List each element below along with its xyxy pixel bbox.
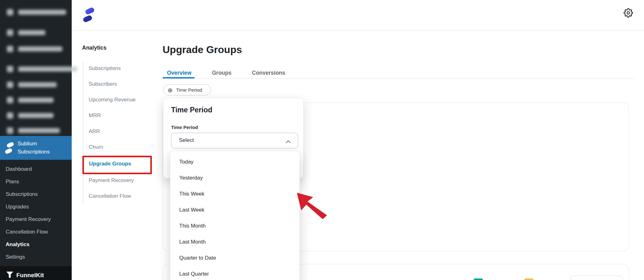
settings-button[interactable] xyxy=(624,8,635,19)
page-title: Upgrade Groups xyxy=(163,44,242,56)
option-last-month[interactable]: Last Month xyxy=(170,234,299,250)
gear-icon xyxy=(624,13,633,19)
submenu-item-cancellation-flow[interactable]: Cancellation Flow xyxy=(0,226,72,238)
analytics-item-subscribers[interactable]: Subscribers xyxy=(89,81,117,89)
analytics-item-arr[interactable]: ARR xyxy=(89,128,100,136)
analytics-item-cancellation-flow[interactable]: Cancellation Flow xyxy=(89,193,131,201)
submenu-item-analytics[interactable]: Analytics xyxy=(0,238,72,251)
analytics-item-mrr[interactable]: MRR xyxy=(89,112,101,120)
sidebar-item-redacted[interactable] xyxy=(0,112,72,120)
sidebar-item-redacted[interactable] xyxy=(0,97,72,104)
tab-overview[interactable]: Overview xyxy=(167,70,192,76)
sidebar-rule xyxy=(83,62,83,205)
legend-chip-yellow xyxy=(524,278,534,280)
popover-title: Time Period xyxy=(171,106,212,114)
sidebar-item-redacted[interactable] xyxy=(0,127,72,135)
sidebar-item-redacted[interactable] xyxy=(0,66,72,73)
option-this-month[interactable]: This Month xyxy=(170,218,299,234)
sidebar-item-redacted[interactable] xyxy=(0,9,72,16)
time-period-filter-chip[interactable]: ⊕ Time Period xyxy=(163,84,211,95)
analytics-item-churn[interactable]: Churn xyxy=(89,144,103,152)
sidebar-item-sublium-subscriptions[interactable]: Sublium Subscriptions xyxy=(0,136,72,160)
analytics-item-upgrade-groups[interactable]: Upgrade Groups xyxy=(89,161,131,167)
plugin-submenu: Dashboard Plans Subscriptions Upgrades P… xyxy=(0,163,72,263)
option-today[interactable]: Today xyxy=(170,154,299,170)
select-value: Select xyxy=(179,137,194,143)
submenu-item-subscriptions[interactable]: Subscriptions xyxy=(0,188,72,201)
time-period-select[interactable]: Select xyxy=(171,133,298,148)
analytics-sidebar-title: Analytics xyxy=(82,45,107,51)
tab-groups[interactable]: Groups xyxy=(212,70,231,76)
sidebar-item-redacted[interactable] xyxy=(0,46,72,53)
sidebar-item-redacted[interactable] xyxy=(0,29,72,37)
option-last-week[interactable]: Last Week xyxy=(170,202,299,218)
chip-label: Time Period xyxy=(176,87,202,93)
plus-circle-icon: ⊕ xyxy=(168,87,173,94)
submenu-item-settings[interactable]: Settings xyxy=(0,251,72,263)
wp-admin-sidebar: Sublium Subscriptions Dashboard Plans Su… xyxy=(0,0,72,280)
sublium-logo-icon xyxy=(82,7,95,24)
legend-chip-teal xyxy=(474,278,483,280)
option-last-quarter[interactable]: Last Quarter xyxy=(170,266,299,280)
field-label: Time Period xyxy=(171,125,198,130)
funnelkit-brand-label: FunnelKit xyxy=(16,272,44,279)
funnelkit-logo-icon xyxy=(6,271,14,280)
sidebar-item-redacted[interactable] xyxy=(0,81,72,89)
tab-divider xyxy=(163,78,635,78)
submenu-item-upgrades[interactable]: Upgrades xyxy=(0,201,72,213)
option-this-week[interactable]: This Week xyxy=(170,186,299,202)
time-period-options-menu: Today Yesterday This Week Last Week This… xyxy=(170,151,300,280)
sidebar-item-label: Sublium Subscriptions xyxy=(18,140,68,156)
analytics-item-subscriptions[interactable]: Subscriptions xyxy=(89,65,121,73)
app-header xyxy=(72,0,644,30)
analytics-item-upcoming-revenue[interactable]: Upcoming Revenue xyxy=(89,97,136,104)
funnelkit-footer: FunnelKit xyxy=(0,266,72,280)
active-tab-underline xyxy=(163,77,195,78)
sublium-logo-icon xyxy=(4,142,14,155)
chevron-up-icon xyxy=(286,139,291,145)
option-quarter-to-date[interactable]: Quarter to Date xyxy=(170,250,299,266)
submenu-item-plans[interactable]: Plans xyxy=(0,175,72,188)
submenu-item-payment-recovery[interactable]: Payment Recovery xyxy=(0,213,72,226)
tab-conversions[interactable]: Conversions xyxy=(252,70,285,76)
analytics-item-payment-recovery[interactable]: Payment Recovery xyxy=(89,177,134,185)
card-action-button[interactable] xyxy=(570,276,623,280)
option-yesterday[interactable]: Yesterday xyxy=(170,170,299,186)
submenu-item-dashboard[interactable]: Dashboard xyxy=(0,163,72,175)
